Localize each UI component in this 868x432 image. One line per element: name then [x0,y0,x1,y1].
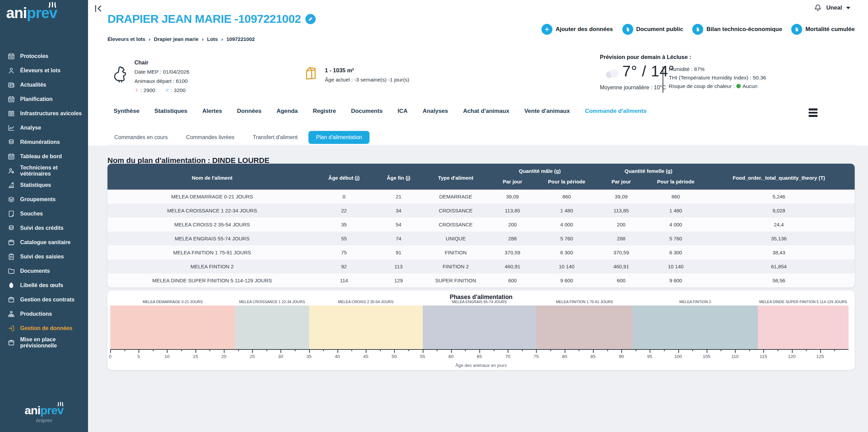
risk-status-dot-icon [736,84,741,88]
edit-lot-button[interactable] [305,14,316,24]
user-menu[interactable]: Uneal [813,3,850,12]
phase-band-melea-fintion-2 [633,306,757,349]
table-row: MELEA CROISS 2 35-54 JOURS3554CROISSANCE… [107,218,855,232]
table-cell: 860 [649,190,703,204]
sidebar-item-catalogue-sanitaire[interactable]: Catalogue sanitaire [0,235,88,250]
table-cell: 1 480 [649,204,703,218]
sidebar-item-actualites[interactable]: Actualités [0,78,88,92]
phase-band-label: MELEA DINDE SUPER FINITION 5 114-129 JOU… [759,300,847,304]
tab-commande-d-aliments[interactable]: Commande d'aliments [585,108,647,115]
sidebar-item-label: Productions [20,311,52,317]
daily-average: Moyenne journalière : 10°C [600,85,666,91]
axis-tick-major [621,349,622,353]
axis-tick-label: 65 [477,354,482,359]
current-age: Âge actuel : -3 semaine(s) -1 jour(s) [325,75,409,85]
tab-synthese[interactable]: Synthèse [114,108,140,115]
axis-tick-major [139,349,139,353]
sidebar-item-label: Techniciens et vétérinaires [20,165,84,177]
table-cell: 600 [486,273,539,287]
sidebar-item-remunerations[interactable]: Rémunérations [0,135,88,149]
table-row: MELEA FINTION 292113FINITION 2460,9110 1… [107,259,855,273]
bilan-technico-economique-button[interactable]: Bilan technico-économique [692,24,782,35]
sidebar-item-statistiques[interactable]: Statistiques [0,178,88,192]
axis-tick-minor [579,349,579,351]
table-cell: 10 140 [539,259,594,273]
sidebar-item-mise-en-place-previsionnelle[interactable]: Mise en place prévisionnelle [0,336,88,350]
breadcrumb-item-eleveurs-et-lots[interactable]: Éleveurs et lots [107,36,145,42]
axis-tick-minor [351,349,352,351]
heat-risk-label: Risque de coup de chaleur : [669,83,735,89]
sidebar-item-analyse[interactable]: Analyse [0,121,88,135]
table-cell: 288 [486,232,539,245]
axis-tick-minor [323,349,324,351]
breadcrumb-item-1097221002[interactable]: 1097221002 [226,36,255,42]
subtab-plan-d-alimentation[interactable]: Plan d'alimentation [308,131,370,144]
sidebar-item-souches[interactable]: Souches [0,207,88,221]
sidebar-item-label: Planification [20,96,53,102]
sidebar-item-label: Statistiques [20,182,51,188]
mortalite-cumulee-button[interactable]: Mortalité cumulée [791,24,855,35]
axis-tick-label: 20 [221,354,226,359]
axis-tick-label: 95 [647,354,652,359]
tab-vente-d-animaux[interactable]: Vente d'animaux [524,108,570,115]
table-cell: 113 [371,259,426,273]
table-cell: SUPER FINITION [426,273,486,287]
sidebar-item-suivi-des-saisies[interactable]: Suivi des saisies [0,250,88,264]
axis-tick-minor [266,349,267,351]
egg-icon [8,282,15,289]
table-cell: 10 140 [649,259,703,273]
axis-tick-minor [607,349,608,351]
sidebar-item-gestion-des-contrats[interactable]: Gestion des contrats [0,293,88,307]
page-title: DRAPIER JEAN MARIE -1097221002 [107,12,301,26]
tab-documents[interactable]: Documents [351,108,383,115]
axis-tick-major [280,349,281,353]
axis-tick-major [763,349,764,353]
axis-tick-major [508,349,508,353]
table-cell: FINITION [426,245,486,259]
breadcrumb-item-lots[interactable]: Lots [207,36,218,42]
tab-alertes[interactable]: Alertes [202,108,222,115]
sidebar-item-suivi-des-credits[interactable]: Suivi des crédits [0,221,88,235]
tab-achat-d-animaux[interactable]: Achat d'animaux [463,108,509,115]
sidebar-item-gestion-de-donnees[interactable]: Gestion de données [0,321,88,336]
sidebar-item-eleveurs-et-lots[interactable]: Éleveurs et lots [0,63,88,78]
document-icon [695,26,701,32]
phase-band-melea-finition-1-75-91-jours [536,306,633,349]
subcolumn-header-par-jour: Par jour [486,176,539,190]
subtab-commandes-en-cours[interactable]: Commandes en cours [107,131,175,144]
sidebar-item-protocoles[interactable]: Protocoles [0,49,88,63]
table-cell: 113,85 [486,204,539,218]
sidebar-item-documents[interactable]: Documents [0,264,88,278]
table-cell: MELEA FINTION 2 [107,259,317,273]
tab-donnees[interactable]: Données [237,108,262,115]
sidebar-item-libelle-des-ufs[interactable]: Libellé des œufs [0,278,88,293]
tab-analyses[interactable]: Analyses [423,108,448,115]
tab-agenda[interactable]: Agenda [276,108,298,115]
sidebar-item-tableau-de-bord[interactable]: Tableau de bord [0,149,88,164]
thi: THI (Température Humidity Index) : 50.36 [669,73,766,82]
document-public-button[interactable]: Document public [622,24,683,35]
table-cell: 91 [371,245,426,259]
ajouter-des-donnees-button[interactable]: Ajouter des données [541,24,613,35]
subtab-commandes-livrees[interactable]: Commandes livrées [179,131,242,144]
table-cell: MELEA CROISS 2 35-54 JOURS [107,218,317,232]
tab-statistiques[interactable]: Statistiques [155,108,187,115]
sidebar-item-groupements[interactable]: Groupements [0,192,88,207]
sidebar-item-infrastructures-avicoles[interactable]: Infrastructures avicoles [0,106,88,121]
axis-tick-minor [834,349,835,351]
sidebar-item-label: Suivi des crédits [20,225,63,231]
hamburger-menu-icon[interactable] [809,108,818,118]
sidebar-item-productions[interactable]: Productions [0,307,88,321]
breadcrumb-item-drapier-jean-marie[interactable]: Drapier jean marie [154,36,199,42]
axis-tick-major [735,349,736,353]
subtab-transfert-d-aliment[interactable]: Transfert d'aliment [245,131,305,144]
bell-icon[interactable] [813,3,822,12]
tab-ica[interactable]: ICA [397,108,407,115]
sidebar-item-planification[interactable]: Planification [0,92,88,106]
sidebar-item-techniciens-et-veterinaires[interactable]: Techniciens et vétérinaires [0,164,88,178]
phase-band-melea-demarrage-0-21-jours [110,306,235,349]
tab-registre[interactable]: Registre [313,108,336,115]
axis-tick-label: 125 [816,354,824,359]
collapse-sidebar-button[interactable] [93,3,104,14]
axis-tick-label: 90 [619,354,624,359]
